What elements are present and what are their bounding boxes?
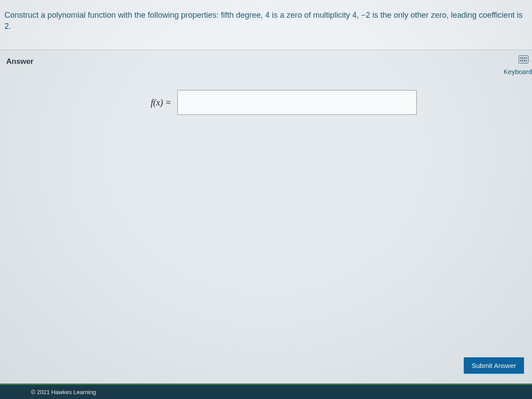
submit-answer-button[interactable]: Submit Answer [464,357,524,374]
answer-input[interactable] [177,90,417,115]
answer-section: Answer Keyboard f(x) = Submit Answer [0,50,532,383]
question-text: Construct a polynomial function with the… [4,10,528,32]
answer-input-row: f(x) = [0,90,532,115]
function-label: f(x) = [151,98,171,108]
answer-heading: Answer [6,57,33,66]
footer-bar: © 2021 Hawkes Learning [0,383,532,399]
keyboard-shortcuts-label[interactable]: Keyboard [504,68,532,75]
copyright-text: © 2021 Hawkes Learning [31,389,96,395]
keyboard-icon[interactable] [519,55,528,63]
question-page: Construct a polynomial function with the… [0,0,532,383]
question-area: Construct a polynomial function with the… [0,0,532,50]
keyboard-shortcuts-area: Keyboard [504,55,532,75]
